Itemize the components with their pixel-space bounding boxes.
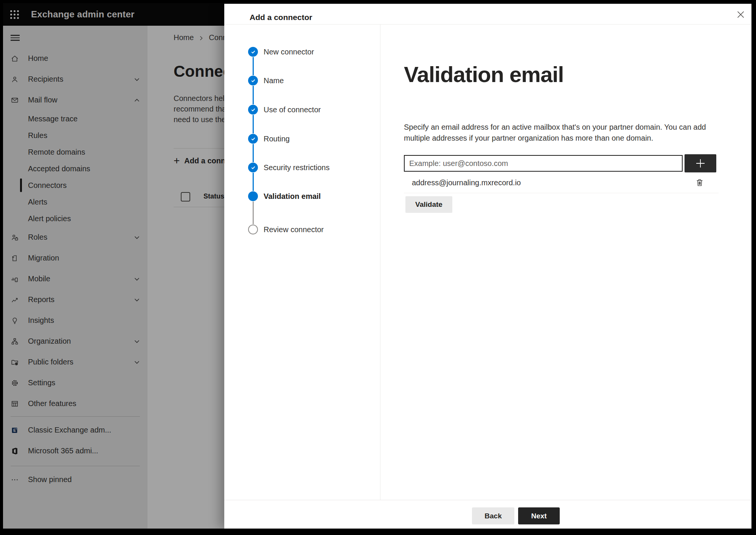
step-validation-email: Validation email — [224, 188, 380, 205]
dialog-content: Validation email Specify an email addres… — [404, 4, 751, 529]
step-upcoming-icon — [248, 225, 258, 234]
step-label: Name — [264, 76, 284, 85]
email-list: address@journaling.mxrecord.io — [404, 174, 719, 191]
validate-button[interactable]: Validate — [405, 196, 452, 213]
email-input[interactable] — [404, 155, 683, 172]
step-completed-icon — [248, 47, 258, 57]
step-description: Specify an email address for an active m… — [404, 122, 720, 144]
dialog-footer-divider — [224, 500, 751, 500]
step-label: Review connector — [264, 225, 324, 234]
step-heading: Validation email — [404, 62, 564, 87]
email-address: address@journaling.mxrecord.io — [412, 178, 521, 187]
app-window: Exchange admin center Home Recipients Ma… — [3, 3, 751, 529]
step-routing: Routing — [224, 130, 380, 147]
back-button[interactable]: Back — [472, 507, 514, 524]
dialog-title: Add a connector — [250, 13, 312, 22]
step-completed-icon — [248, 76, 258, 85]
plus-icon — [695, 158, 706, 169]
step-completed-icon — [248, 134, 258, 144]
step-use-of-connector: Use of connector — [224, 101, 380, 118]
step-review-connector: Review connector — [224, 221, 380, 238]
email-row: address@journaling.mxrecord.io — [404, 174, 719, 191]
wizard-stepper: New connectorNameUse of connectorRouting… — [224, 24, 380, 500]
step-completed-icon — [248, 105, 258, 115]
add-connector-dialog: Add a connector New connectorNameUse of … — [224, 4, 751, 529]
step-connector-line — [253, 202, 254, 224]
next-button[interactable]: Next — [518, 507, 560, 524]
step-current-icon — [248, 191, 258, 201]
email-list-divider — [404, 193, 719, 193]
step-security-restrictions: Security restrictions — [224, 159, 380, 176]
step-name: Name — [224, 72, 380, 89]
step-completed-icon — [248, 163, 258, 172]
delete-email-button[interactable] — [694, 177, 705, 188]
step-label: Use of connector — [264, 105, 321, 114]
step-label: Security restrictions — [264, 163, 330, 172]
step-label: New connector — [264, 48, 314, 56]
trash-icon — [695, 178, 704, 187]
step-label: Validation email — [264, 192, 321, 201]
step-label: Routing — [264, 135, 290, 143]
step-new-connector: New connector — [224, 43, 380, 60]
add-email-button[interactable] — [685, 154, 716, 172]
